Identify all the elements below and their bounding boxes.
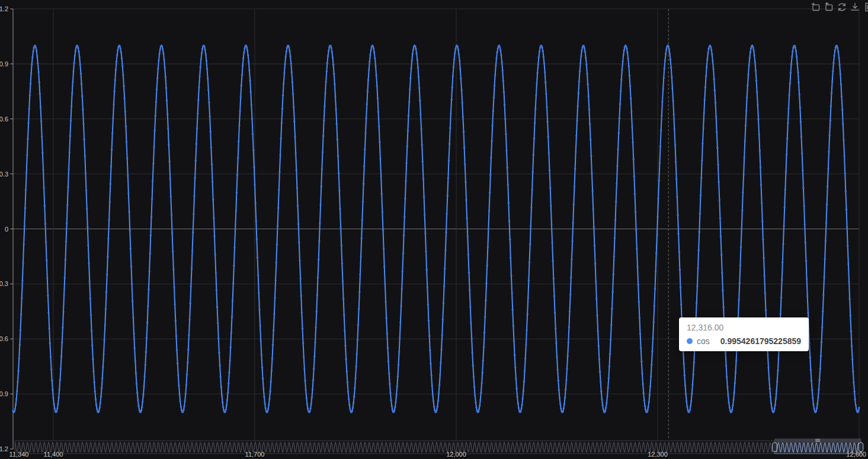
download-icon — [850, 2, 860, 12]
toolbox-zoom-select-button[interactable] — [811, 2, 821, 12]
y-axis-label: -0.3 — [0, 280, 8, 287]
toolbox-zoom-reset-button[interactable] — [824, 2, 834, 12]
datazoom-left-handle[interactable] — [773, 443, 777, 452]
y-axis-label: 0.9 — [0, 60, 8, 68]
y-axis-label: 0.3 — [0, 171, 8, 178]
toolbox-save-image-button[interactable] — [850, 2, 860, 12]
y-axis-label: 0 — [5, 226, 8, 233]
x-axis-label: 11,340 — [9, 451, 29, 458]
tooltip: 12,316.00 cos 0.9954261795225859 — [679, 317, 809, 351]
zoom-back-icon — [824, 2, 834, 12]
x-axis-label: 11,700 — [245, 451, 265, 458]
x-axis-label: 12,600 — [846, 451, 866, 458]
y-axis-label: 1.2 — [0, 5, 8, 12]
tooltip-series-value: 0.9954261795225859 — [720, 337, 801, 345]
y-axis-label: -0.9 — [0, 390, 8, 397]
marquee-zoom-icon — [811, 2, 821, 12]
chart-plot-area[interactable]: 1.20.90.60.30-0.3-0.6-0.9-1.211,34011,40… — [0, 0, 868, 459]
refresh-icon — [837, 2, 847, 12]
y-axis-label: -0.6 — [0, 335, 8, 342]
y-axis-label: -1.2 — [0, 445, 8, 452]
toolbox-data-view-button[interactable] — [863, 2, 868, 12]
series-marker-dot — [687, 338, 693, 344]
x-axis-label: 12,300 — [648, 451, 668, 458]
tooltip-x-value: 12,316.00 — [687, 323, 801, 332]
toolbox-restore-button[interactable] — [837, 2, 847, 12]
cosine-chart: 1.20.90.60.30-0.3-0.6-0.9-1.211,34011,40… — [0, 0, 868, 459]
toolbox — [811, 2, 868, 12]
y-axis-label: 0.6 — [0, 115, 8, 123]
document-icon — [863, 2, 868, 12]
x-axis-label: 12,000 — [446, 451, 466, 458]
x-axis-label: 11,400 — [44, 451, 63, 458]
tooltip-series-name: cos — [697, 337, 710, 345]
